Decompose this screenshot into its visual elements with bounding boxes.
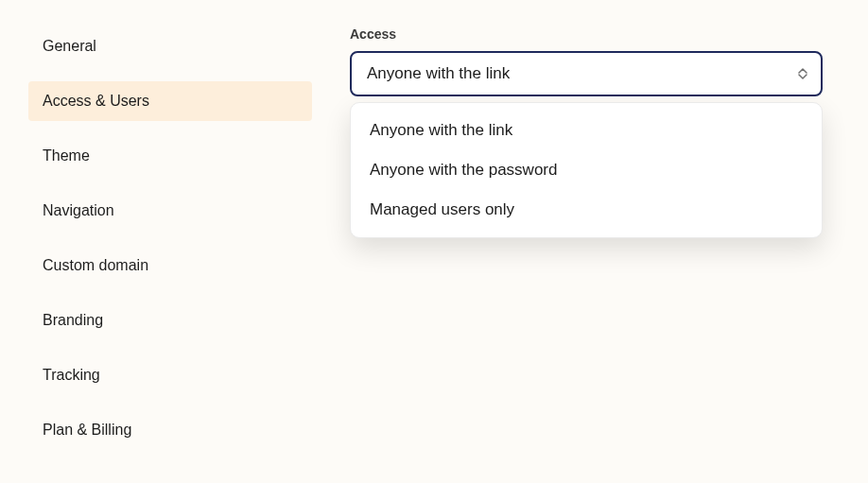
option-label: Managed users only	[370, 200, 514, 218]
access-option-managed-users[interactable]: Managed users only	[351, 190, 822, 230]
option-label: Anyone with the password	[370, 161, 557, 179]
sidebar-item-plan-billing[interactable]: Plan & Billing	[28, 410, 312, 450]
sidebar-item-theme[interactable]: Theme	[28, 136, 312, 176]
sidebar-item-label: Tracking	[43, 367, 100, 383]
sidebar-item-label: Plan & Billing	[43, 422, 131, 438]
main-content: Access Anyone with the link Anyone with …	[321, 26, 868, 483]
access-select-trigger[interactable]: Anyone with the link	[350, 51, 823, 96]
sidebar-item-tracking[interactable]: Tracking	[28, 355, 312, 395]
sidebar-item-custom-domain[interactable]: Custom domain	[28, 246, 312, 285]
access-field-label: Access	[350, 26, 823, 42]
option-label: Anyone with the link	[370, 121, 512, 139]
access-select: Anyone with the link Anyone with the lin…	[350, 51, 823, 96]
sidebar-item-branding[interactable]: Branding	[28, 301, 312, 340]
sidebar-item-label: Custom domain	[43, 257, 148, 273]
chevron-up-down-icon	[798, 68, 807, 79]
sidebar-item-access-users[interactable]: Access & Users	[28, 81, 312, 121]
access-option-anyone-link[interactable]: Anyone with the link	[351, 111, 822, 150]
sidebar-item-navigation[interactable]: Navigation	[28, 191, 312, 231]
sidebar-item-label: Theme	[43, 147, 90, 164]
sidebar-item-label: Access & Users	[43, 93, 149, 109]
sidebar-item-label: General	[43, 38, 96, 54]
sidebar-item-label: Branding	[43, 312, 103, 328]
access-selected-value: Anyone with the link	[367, 64, 510, 83]
access-dropdown: Anyone with the link Anyone with the pas…	[350, 102, 823, 238]
settings-sidebar: General Access & Users Theme Navigation …	[0, 26, 321, 483]
sidebar-item-general[interactable]: General	[28, 26, 312, 66]
sidebar-item-label: Navigation	[43, 202, 114, 218]
access-option-anyone-password[interactable]: Anyone with the password	[351, 150, 822, 190]
